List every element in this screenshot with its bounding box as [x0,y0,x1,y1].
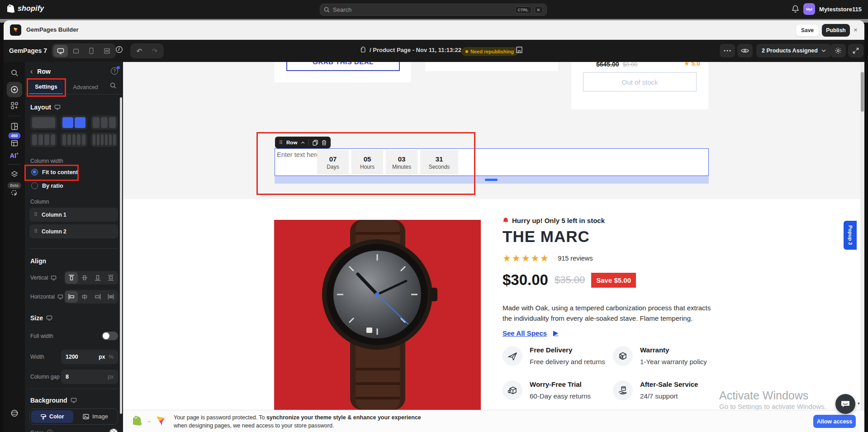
gempages-color-logo [155,415,166,427]
text-placeholder[interactable]: Enter text here [277,151,320,158]
close-icon[interactable]: × [854,26,858,33]
popup-3-tab[interactable]: Popup 3 [844,221,857,250]
tab-settings[interactable]: Settings [29,81,63,94]
grab-this-deal-button[interactable]: GRAB THIS DEAL [286,62,400,71]
color-help-icon[interactable]: ? [47,430,53,432]
notification-bell-icon[interactable] [792,5,799,13]
align-center-button[interactable] [78,291,91,303]
canvas-scrollbar[interactable] [860,62,864,432]
device-tablet-button[interactable] [69,45,83,57]
reviews-count[interactable]: 915 reviews [558,255,593,262]
drag-handle-icon[interactable]: ⠿ [34,212,38,218]
align-space-button[interactable] [104,291,117,303]
countdown-minutes[interactable]: 03 Minutes [386,150,417,175]
tab-advanced[interactable]: Advanced [68,81,103,94]
trash-icon[interactable] [322,140,327,146]
fullscreen-expand-button[interactable] [848,44,863,57]
device-responsive-button[interactable] [100,45,114,57]
device-mobile-button[interactable] [84,45,99,57]
rail-ai-icon[interactable]: AI+ [10,152,19,159]
undo-icon[interactable]: ↶ [132,45,147,57]
publish-button[interactable]: Publish [822,24,850,37]
column-1-item[interactable]: ⠿ Column 1 [29,208,118,222]
radio-fit-to-content[interactable]: Fit to content [31,169,78,176]
align-top-button[interactable] [65,272,78,284]
full-width-toggle[interactable] [102,332,118,340]
layout-preset-1col[interactable] [30,115,57,130]
see-all-specs-link[interactable]: See All Specs ▶ [503,329,558,337]
rail-layers-icon[interactable] [10,171,18,178]
align-bottom-button[interactable] [91,272,104,284]
products-assigned-button[interactable]: 2 Products Assigned [756,44,831,57]
background-image-tab[interactable]: Image [75,410,117,423]
duplicate-icon[interactable] [313,140,318,146]
rail-interaction-icon[interactable] [11,190,18,197]
layout-preset-2col[interactable] [61,115,87,130]
device-scope-icon[interactable] [57,294,63,299]
back-chevron-icon[interactable]: ‹ [30,67,33,76]
save-button[interactable]: Save [796,24,819,37]
unit-px[interactable]: px [99,354,105,360]
scrollbar-thumb[interactable] [861,72,864,112]
align-left-button[interactable] [65,291,78,303]
rail-add-element-icon[interactable] [7,82,22,97]
layout-preset-5col[interactable] [61,133,87,147]
layout-preset-6col[interactable] [91,133,118,147]
rail-help-icon[interactable] [10,409,18,417]
device-scope-icon[interactable] [54,104,61,110]
row-element-toolbar[interactable]: ⠿ Row [275,137,331,148]
store-name[interactable]: Myteststore115 [819,6,862,13]
rail-sections-icon[interactable] [10,102,18,109]
feature-warranty: Warranty 1-Year warranty policy [613,346,749,366]
rail-templates-icon[interactable] [11,140,18,147]
width-input[interactable]: 1200 px % [61,350,118,364]
avatar[interactable]: Myt [803,3,815,15]
out-of-stock-button[interactable]: Out of stock [583,72,697,91]
panel-scrollbar[interactable] [120,97,122,414]
drag-handle-icon[interactable]: ⠿ [34,228,38,234]
chat-collapse-caret[interactable]: ▾ [858,401,860,406]
layout-preset-4col[interactable] [30,133,57,147]
panel-search-icon[interactable] [110,82,116,89]
product-image[interactable] [274,220,481,410]
store-preview-icon[interactable] [515,46,523,54]
countdown-hours[interactable]: 05 Hours [351,150,383,175]
chat-widget-button[interactable] [835,394,855,414]
layout-section-label: Layout [30,104,61,111]
column-2-item[interactable]: ⠿ Column 2 [29,224,118,238]
rail-search-icon[interactable] [11,69,18,76]
layout-preset-3col[interactable] [91,115,118,130]
status-dot [465,50,468,53]
radio-by-ratio[interactable]: By ratio [31,182,63,189]
drag-handle-icon[interactable]: ⠿ [279,140,283,146]
gempages-version-label[interactable]: GemPages 7 [9,47,47,54]
chevron-up-icon[interactable] [301,142,305,144]
device-scope-icon[interactable] [71,398,77,403]
preview-eye-button[interactable] [737,44,753,57]
align-stretch-button[interactable] [104,272,117,284]
countdown-seconds[interactable]: 31 Seconds [420,150,458,175]
shopify-green-icon [133,415,142,426]
allow-access-button[interactable]: Allow access [813,415,856,428]
device-scope-icon[interactable] [46,315,52,321]
resize-handle[interactable] [485,179,498,181]
selected-row-element[interactable]: Enter text here 07 Days 05 Hours 03 Minu… [275,148,709,176]
activate-windows-subtext: Go to Settings to activate Windows. [719,403,826,410]
unit-percent[interactable]: % [109,354,114,360]
rail-pages-icon[interactable] [11,123,18,130]
color-swatch[interactable] [109,428,118,432]
column-width-label: Column width [30,158,63,164]
search-input[interactable]: Search CTRL K [320,4,547,16]
redo-icon[interactable]: ↷ [147,45,162,57]
history-clock-icon[interactable] [115,46,123,53]
background-color-tab[interactable]: Color [31,410,73,423]
device-desktop-button[interactable] [53,45,68,57]
page-selector[interactable]: / Product Page - Nov 11, 11:13:22 [360,47,469,53]
countdown-days[interactable]: 07 Days [317,150,349,175]
align-middle-button[interactable] [78,272,91,284]
settings-gear-button[interactable] [830,44,846,57]
align-right-button[interactable] [91,291,104,303]
device-scope-icon[interactable] [51,275,57,280]
column-gap-input[interactable]: 8 px [61,370,118,384]
more-options-button[interactable] [720,44,735,57]
